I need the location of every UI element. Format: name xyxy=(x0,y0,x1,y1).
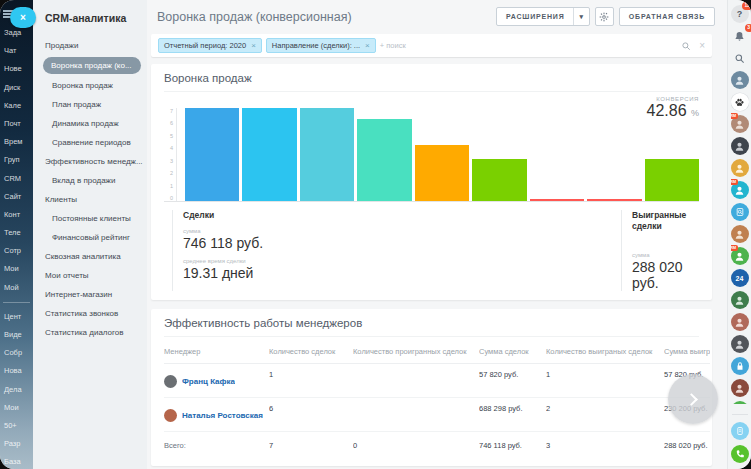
extensions-button[interactable]: РАСШИРЕНИЯ xyxy=(497,8,574,25)
dark-sidebar-item[interactable]: Конт xyxy=(0,206,33,224)
sidebar-item-2[interactable]: Воронка продаж xyxy=(33,76,147,95)
crm-contact-avatar[interactable]: CRM xyxy=(731,115,749,133)
filter-search-bar[interactable]: Отчетный период: 2020×Направление (сделк… xyxy=(151,34,712,57)
user-avatar[interactable] xyxy=(731,71,749,89)
dark-sidebar-item[interactable]: Разр xyxy=(0,435,33,453)
sidebar-item-12[interactable]: Мои отчеты xyxy=(33,266,147,285)
dark-sidebar-item[interactable]: 50+ xyxy=(0,417,33,435)
sidebar-item-9[interactable]: Постоянные клиенты xyxy=(33,209,147,228)
search-input[interactable]: + поиск xyxy=(380,41,677,50)
dark-sidebar-item[interactable]: База xyxy=(0,453,33,469)
dark-sidebar-item[interactable]: Чат xyxy=(0,42,33,60)
invite-user-icon[interactable] xyxy=(731,401,749,404)
conversion-value: 42.86 xyxy=(646,102,686,119)
user-avatar[interactable] xyxy=(731,379,749,397)
app-window: ЗадаЧатНовеДискКалеПочтВремГрупCRMСайтКо… xyxy=(0,0,751,469)
sidebar-item-3[interactable]: План продаж xyxy=(33,95,147,114)
feedback-button[interactable]: ОБРАТНАЯ СВЯЗЬ xyxy=(619,7,715,26)
won-sum-label: сумма xyxy=(632,252,699,258)
help-icon[interactable]: ?12 xyxy=(731,5,749,23)
dark-sidebar-item[interactable]: Цент xyxy=(0,308,33,326)
dark-sidebar-item[interactable]: Сотр xyxy=(0,242,33,260)
copy-document-icon[interactable] xyxy=(731,422,749,440)
main-content: Воронка продаж (конверсионная) РАСШИРЕНИ… xyxy=(147,0,727,469)
total-label: Всего: xyxy=(164,441,269,450)
extensions-dropdown-caret-icon[interactable]: ▾ xyxy=(573,8,588,25)
manager-name-link[interactable]: Наталья Ростовская xyxy=(182,411,263,420)
dark-sidebar-item[interactable]: Виде xyxy=(0,326,33,344)
search-icon[interactable] xyxy=(681,41,691,51)
user-avatar[interactable] xyxy=(731,159,749,177)
conversion-unit: % xyxy=(691,108,699,118)
sidebar-item-0[interactable]: Продажи xyxy=(33,36,147,55)
sidebar-item-15[interactable]: Статистика диалогов xyxy=(33,323,147,342)
dark-sidebar-item[interactable]: Мои xyxy=(0,399,33,417)
deals-summary: Сделки сумма 746 118 руб. среднее время … xyxy=(172,210,263,291)
y-axis-tick: 4 xyxy=(170,145,173,151)
dark-sidebar-item[interactable]: Мои xyxy=(0,260,33,278)
right-toolbar: ?123CRMCRMCRM24 xyxy=(727,0,751,469)
sidebar-item-11[interactable]: Сквозная аналитика xyxy=(33,247,147,266)
dark-sidebar-item[interactable]: CRM xyxy=(0,170,33,188)
phone-icon[interactable] xyxy=(731,445,749,463)
right-toolbar-avatars: CRMCRMCRM24 xyxy=(731,71,749,404)
search-document-icon[interactable] xyxy=(731,203,749,221)
table-scroll-right-button[interactable] xyxy=(668,374,718,424)
sidebar-item-10[interactable]: Финансовый рейтинг xyxy=(33,228,147,247)
dark-sidebar-item[interactable]: Нове xyxy=(0,60,33,78)
notifications-bell-icon[interactable]: 3 xyxy=(731,27,749,45)
funnel-bar xyxy=(185,108,239,201)
manager-cell: Франц Кафка xyxy=(164,370,269,388)
dark-sidebar-item[interactable]: Почт xyxy=(0,115,33,133)
dark-sidebar-item[interactable]: Мой xyxy=(0,279,33,297)
filter-chip[interactable]: Направление (сделки): ...× xyxy=(266,38,376,53)
sidebar-item-1[interactable]: Воронка продаж (ко... xyxy=(43,57,141,74)
column-header: Количество выиграных сделок xyxy=(546,347,664,356)
rail-divider xyxy=(732,414,748,415)
dark-sidebar-item[interactable]: Нова xyxy=(0,362,33,380)
sidebar-item-4[interactable]: Динамика продаж xyxy=(33,114,147,133)
sidebar-title: CRM-аналитика xyxy=(33,10,147,36)
user-avatar[interactable] xyxy=(731,137,749,155)
crm-contact-avatar[interactable]: CRM xyxy=(731,181,749,199)
sidebar-item-6[interactable]: Эффективность менедж... xyxy=(33,152,147,171)
sidebar-item-8[interactable]: Клиенты xyxy=(33,190,147,209)
manager-name-link[interactable]: Франц Кафка xyxy=(182,377,235,386)
user-avatar[interactable] xyxy=(731,313,749,331)
collapse-menu-button[interactable]: × xyxy=(10,7,36,28)
chip-remove-icon[interactable]: × xyxy=(365,41,370,50)
table-body: Франц Кафка157 820 руб.157 820 руб.Натал… xyxy=(164,364,710,460)
dark-sidebar-item[interactable]: Врем xyxy=(0,133,33,151)
funnel-section-title: Воронка продаж xyxy=(164,72,699,92)
user-avatar[interactable] xyxy=(731,335,749,353)
sidebar-item-13[interactable]: Интернет-магазин xyxy=(33,285,147,304)
settings-gear-icon[interactable] xyxy=(595,7,614,26)
user-avatar[interactable] xyxy=(731,225,749,243)
dark-sidebar-item[interactable]: Теле xyxy=(0,224,33,242)
total-cell: 3 xyxy=(546,441,664,450)
dark-sidebar-item[interactable]: Сайт xyxy=(0,188,33,206)
sidebar-item-5[interactable]: Сравнение периодов xyxy=(33,133,147,152)
sidebar-item-14[interactable]: Статистика звонков xyxy=(33,304,147,323)
header-buttons: РАСШИРЕНИЯ ▾ ОБРАТНАЯ СВЯЗЬ xyxy=(496,7,715,26)
sidebar-item-7[interactable]: Вклад в продажи xyxy=(33,171,147,190)
search-icon[interactable] xyxy=(731,49,749,67)
filter-chips: Отчетный период: 2020×Направление (сделк… xyxy=(158,38,376,53)
filter-chip-label: Отчетный период: 2020 xyxy=(164,41,246,50)
chip-remove-icon[interactable]: × xyxy=(251,41,256,50)
dark-sidebar: ЗадаЧатНовеДискКалеПочтВремГрупCRMСайтКо… xyxy=(0,0,33,469)
filter-chip[interactable]: Отчетный период: 2020× xyxy=(158,38,262,53)
badge-24[interactable]: 24 xyxy=(731,269,749,287)
dark-sidebar-item[interactable]: Диск xyxy=(0,79,33,97)
dark-sidebar-item[interactable]: Собр xyxy=(0,344,33,362)
funnel-bar xyxy=(530,199,584,201)
dark-sidebar-item[interactable]: Дела xyxy=(0,381,33,399)
lock-icon[interactable] xyxy=(731,357,749,375)
dark-sidebar-item[interactable]: Груп xyxy=(0,151,33,169)
funnel-bar xyxy=(300,108,354,201)
user-avatar[interactable] xyxy=(731,291,749,309)
crm-contact-avatar[interactable]: CRM xyxy=(731,247,749,265)
paws-avatar[interactable] xyxy=(731,93,749,111)
dark-sidebar-item[interactable]: Кале xyxy=(0,97,33,115)
clear-filter-icon[interactable]: × xyxy=(699,40,705,51)
